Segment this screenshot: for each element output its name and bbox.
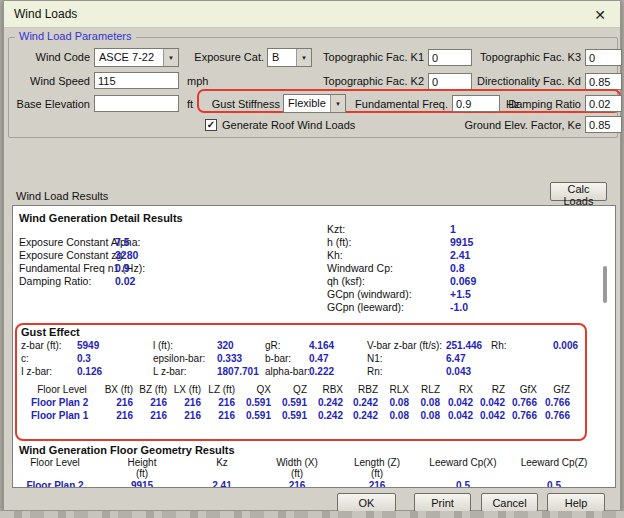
- gust-label: N1:: [367, 353, 383, 364]
- table-cell: 0.591: [273, 397, 309, 410]
- close-icon[interactable]: ✕: [591, 6, 609, 24]
- gust-value: 0.043: [446, 366, 471, 377]
- wind-speed-input[interactable]: [94, 72, 179, 89]
- detail-value: 9915: [450, 236, 473, 248]
- check-icon: ✓: [207, 119, 215, 130]
- table-cell: 2.41: [187, 480, 257, 488]
- table-cell: 9915: [97, 480, 187, 488]
- table-cell: 0.042: [442, 397, 475, 410]
- chevron-down-icon[interactable]: ▼: [330, 95, 345, 112]
- gust-label: I z-bar:: [21, 366, 52, 377]
- geometry-header-cell: Length (Z)(ft): [337, 457, 417, 479]
- exposure-cat-select[interactable]: B ▼: [267, 48, 312, 67]
- help-button[interactable]: Help: [547, 493, 605, 512]
- gust-value: 0.126: [77, 366, 102, 377]
- table-cell: 0.5: [417, 480, 509, 488]
- floor-table-header-cell: GfZ: [539, 384, 572, 397]
- gust-value: 0.222: [309, 366, 334, 377]
- gust-effect-highlight: Gust Effect z-bar (ft): 5949 l (ft): 320…: [15, 323, 587, 441]
- directionality-kd-input[interactable]: [585, 73, 622, 90]
- gust-effect-heading: Gust Effect: [21, 326, 80, 338]
- floor-table-header-cell: QX: [237, 384, 273, 397]
- detail-label: Windward Cp:: [327, 262, 393, 274]
- ok-button[interactable]: OK: [337, 493, 396, 512]
- geometry-results-heading: Wind Generation Floor Geometry Results: [19, 444, 235, 456]
- topo-k3-label: Topographic Fac. K3: [471, 51, 581, 63]
- floor-table-header-cell: RBX: [309, 384, 345, 397]
- table-cell: 0.766: [539, 410, 572, 423]
- gust-value: 320: [217, 340, 234, 351]
- exposure-cat-value: B: [268, 49, 296, 66]
- gust-row: z-bar (ft): 5949 l (ft): 320 gR: 4.164 V…: [17, 340, 585, 353]
- detail-label: h (ft):: [327, 236, 352, 248]
- detail-value: 0.069: [450, 275, 476, 287]
- gust-label: b-bar:: [265, 353, 291, 364]
- floor-table-header-cell: LZ (ft): [203, 384, 237, 397]
- table-cell: 216: [203, 397, 237, 410]
- detail-label: GCpn (windward):: [327, 288, 412, 300]
- gust-value: 1807.701: [217, 366, 259, 377]
- table-cell: Floor Plan 2: [23, 397, 101, 410]
- wind-loads-dialog: Wind Loads ✕ Wind Load Parameters Wind C…: [3, 0, 621, 511]
- gust-label: gR:: [265, 340, 281, 351]
- table-cell: 216: [169, 397, 203, 410]
- gust-row: c: 0.3 epsilon-bar: 0.333 b-bar: 0.47 N1…: [17, 353, 585, 366]
- table-cell: 0.766: [507, 410, 539, 423]
- print-button[interactable]: Print: [414, 493, 471, 512]
- detail-value: 0.9: [115, 262, 130, 274]
- topo-k1-input[interactable]: [428, 49, 472, 66]
- damping-ratio-input[interactable]: [585, 95, 622, 112]
- gust-value: 0.333: [217, 353, 242, 364]
- results-panel[interactable]: Wind Generation Detail Results Exposure …: [12, 205, 616, 488]
- geometry-table-row: Floor Plan 2 9915 2.41 216 216 0.5 0.5: [13, 480, 599, 488]
- gust-value: 5949: [77, 340, 99, 351]
- table-cell: 0.042: [475, 397, 507, 410]
- ground-elev-ke-label: Ground Elev. Factor, Ke: [451, 119, 581, 131]
- base-elevation-input[interactable]: [94, 95, 179, 112]
- gust-value: 251.446: [446, 340, 482, 351]
- table-cell: 0.242: [309, 410, 345, 423]
- wind-speed-unit: mph: [187, 75, 208, 87]
- gust-label: epsilon-bar:: [153, 353, 205, 364]
- ground-elev-ke-input[interactable]: [585, 116, 622, 133]
- detail-value: -1.0: [450, 301, 468, 313]
- geometry-header-cell: Width (X)(ft): [257, 457, 337, 479]
- detail-value: 0.8: [450, 262, 465, 274]
- cancel-button[interactable]: Cancel: [481, 493, 538, 512]
- table-cell: 0.242: [345, 410, 380, 423]
- gust-value: 0.3: [77, 353, 91, 364]
- gust-value: 4.164: [309, 340, 334, 351]
- table-cell: 0.766: [507, 397, 539, 410]
- floor-table-row: Floor Plan 2 216 216 216 216 0.591 0.591…: [23, 397, 575, 410]
- chevron-down-icon[interactable]: ▼: [296, 49, 311, 66]
- detail-label: GCpn (leeward):: [327, 301, 404, 313]
- calc-loads-button[interactable]: Calc Loads: [550, 182, 607, 201]
- floor-table-header-cell: RLZ: [411, 384, 442, 397]
- floor-table-header-cell: GfX: [507, 384, 539, 397]
- generate-roof-checkbox[interactable]: ✓: [205, 119, 217, 131]
- geometry-header-cell: Floor Level: [13, 457, 97, 479]
- table-cell: Floor Plan 1: [23, 410, 101, 423]
- detail-label: qh (ksf):: [327, 275, 365, 287]
- topo-k3-input[interactable]: [585, 49, 622, 66]
- detail-label: Damping Ratio:: [19, 275, 91, 287]
- detail-value: +1.5: [450, 288, 471, 300]
- gust-stiffness-select[interactable]: Flexible ▼: [283, 94, 346, 113]
- base-elevation-unit: ft: [187, 98, 193, 110]
- gust-stiffness-value: Flexible: [284, 95, 330, 112]
- wind-speed-label: Wind Speed: [4, 75, 90, 87]
- table-cell: Floor Plan 2: [13, 480, 97, 488]
- gust-label: l (ft):: [153, 340, 173, 351]
- geometry-header-cell: Kz: [187, 457, 257, 479]
- base-elevation-label: Base Elevation: [4, 98, 90, 110]
- gust-row: I z-bar: 0.126 L z-bar: 1807.701 alpha-b…: [17, 366, 585, 379]
- table-cell: 0.242: [309, 397, 345, 410]
- floor-table-header-cell: RBZ: [345, 384, 380, 397]
- fundamental-freq-input[interactable]: [452, 95, 500, 112]
- gust-label: c:: [21, 353, 29, 364]
- detail-value: 3280: [115, 249, 138, 261]
- geometry-header-cell: Leeward Cp(Z): [509, 457, 599, 479]
- results-scrollbar-thumb[interactable]: [603, 266, 607, 303]
- gust-value: 0.006: [553, 340, 578, 351]
- floor-table-header: Floor Level BX (ft) BZ (ft) LX (ft) LZ (…: [23, 384, 575, 397]
